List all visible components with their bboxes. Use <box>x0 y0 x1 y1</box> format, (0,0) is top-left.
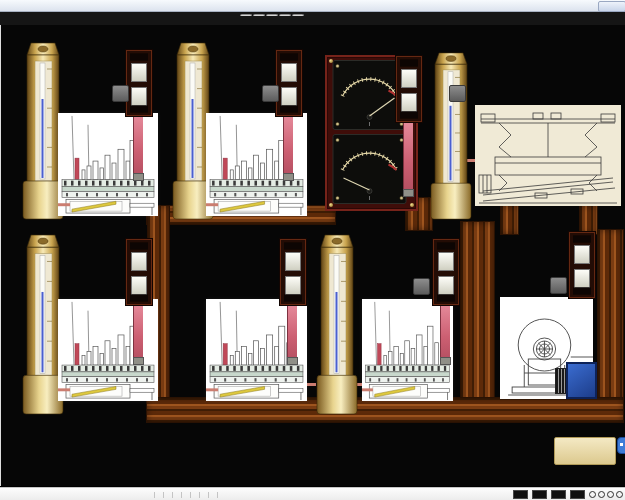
midi-indicator <box>607 491 614 498</box>
slider-handle[interactable] <box>131 63 147 82</box>
midi-indicator <box>589 491 596 498</box>
slider-min-label <box>573 287 591 294</box>
reset-button[interactable] <box>449 85 466 102</box>
tab-bar <box>0 12 625 25</box>
slider-max-label <box>130 242 148 249</box>
cpu-meter <box>551 490 566 499</box>
reset-button[interactable] <box>550 277 567 294</box>
slider-handle[interactable] <box>401 93 417 112</box>
pressure-slider-balg[interactable] <box>396 56 422 122</box>
pressure-column <box>133 303 143 365</box>
tab-uitgebreid[interactable] <box>253 14 265 16</box>
window-control-button[interactable] <box>598 1 625 12</box>
pressure-column <box>440 303 450 365</box>
pressure-column <box>133 114 143 181</box>
pressure-slider-c-lade-ped[interactable] <box>126 50 152 116</box>
slider-handle[interactable] <box>285 276 301 295</box>
status-transpose <box>199 492 208 498</box>
pressure-column <box>287 303 297 365</box>
status-pitch <box>208 492 217 498</box>
pressure-slider-c-lade-hw[interactable] <box>276 50 302 116</box>
pressure-slider-windmachine[interactable] <box>569 232 595 298</box>
slider-handle[interactable] <box>131 276 147 295</box>
tab-schakelaars[interactable] <box>266 14 278 16</box>
poly-meter <box>532 490 547 499</box>
manometer <box>429 51 473 221</box>
status-step <box>154 492 163 498</box>
screw-icon <box>410 203 414 207</box>
status-rec <box>217 492 226 498</box>
ram-meter <box>570 490 585 499</box>
status-bar <box>0 487 625 500</box>
slider-max-label <box>130 53 148 60</box>
slider-min-label <box>130 105 148 112</box>
tab-fotos[interactable] <box>240 14 252 16</box>
slider-min-label <box>284 294 302 301</box>
sygsoft-logo <box>554 437 616 465</box>
slider-handle[interactable] <box>285 252 301 271</box>
balg-panel <box>475 105 621 206</box>
slider-handle[interactable] <box>438 252 454 271</box>
status-float-div <box>190 492 199 498</box>
wind-trunk-middle <box>460 221 495 423</box>
slider-handle[interactable] <box>131 87 147 106</box>
status-items <box>148 488 232 500</box>
status-cresc <box>163 492 172 498</box>
slider-handle[interactable] <box>401 69 417 88</box>
pressure-slider-lade-zw[interactable] <box>433 239 459 305</box>
status-temp <box>181 492 190 498</box>
slider-min-label <box>437 294 455 301</box>
tab-speeltafel[interactable] <box>279 14 291 16</box>
menu-bar <box>0 0 625 12</box>
pressure-column <box>403 120 413 197</box>
aud-meter <box>513 490 528 499</box>
reset-button[interactable] <box>112 85 129 102</box>
slider-handle[interactable] <box>281 87 297 106</box>
balg-leg-right <box>579 205 598 235</box>
wind-model-canvas <box>0 25 625 486</box>
blower-motor <box>566 362 597 399</box>
midi-indicator <box>598 491 605 498</box>
slider-max-label <box>573 235 591 242</box>
slider-handle[interactable] <box>574 245 590 264</box>
screw-icon <box>329 203 333 207</box>
edge-badge-icon[interactable] <box>617 437 625 454</box>
reset-button[interactable] <box>413 278 430 295</box>
pressure-slider-cis-lade-hw[interactable] <box>280 239 306 305</box>
slider-max-label <box>284 242 302 249</box>
balg-leg-left <box>500 205 519 235</box>
windchest-panel-c-lade-ped <box>58 113 158 216</box>
slider-max-label <box>437 242 455 249</box>
slider-handle[interactable] <box>574 269 590 288</box>
slider-min-label <box>130 294 148 301</box>
pressure-column <box>283 114 293 181</box>
pressure-slider-cis-lade-ped[interactable] <box>126 239 152 305</box>
midi-indicator <box>616 491 623 498</box>
slider-max-label <box>400 59 418 66</box>
windchest-panel-cis-lade-ped <box>58 299 158 401</box>
wind-trunk-right <box>597 229 624 403</box>
tab-wind[interactable] <box>292 14 304 16</box>
reset-button[interactable] <box>262 85 279 102</box>
slider-handle[interactable] <box>281 63 297 82</box>
screen-tabs <box>240 14 304 16</box>
slider-handle[interactable] <box>131 252 147 271</box>
status-cued <box>172 492 181 498</box>
zwelbox-druk-gauge <box>332 134 407 204</box>
slider-handle[interactable] <box>438 276 454 295</box>
screw-icon <box>329 59 333 63</box>
manometer <box>315 233 359 416</box>
status-meters <box>511 488 623 500</box>
slider-max-label <box>280 53 298 60</box>
slider-min-label <box>280 105 298 112</box>
slider-min-label <box>400 111 418 118</box>
